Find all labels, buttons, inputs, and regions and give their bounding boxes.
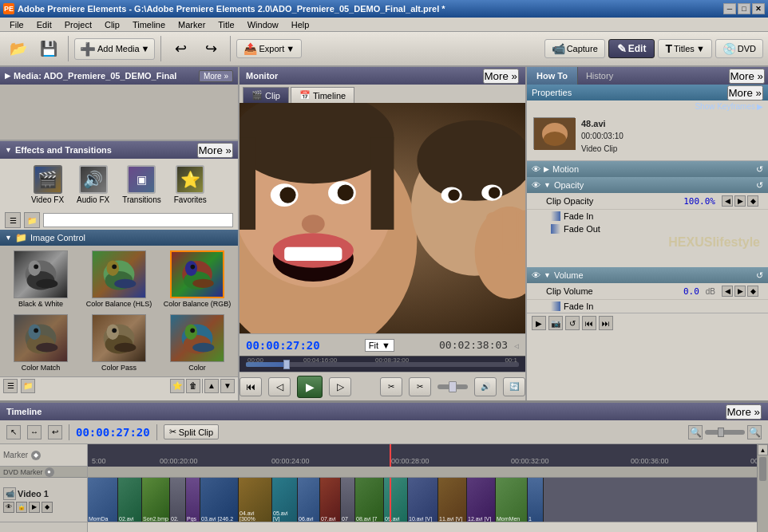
clip-06avi[interactable]: 06.avi: [298, 478, 320, 522]
zoom-out-button[interactable]: 🔍: [688, 425, 703, 439]
menu-timeline[interactable]: Timeline: [126, 19, 172, 30]
volume-decrease[interactable]: ◀: [722, 286, 733, 297]
panel-scroll-down[interactable]: ▼: [220, 379, 235, 393]
how-to-more-button[interactable]: More »: [729, 69, 765, 84]
opacity-increase[interactable]: ▶: [734, 195, 746, 207]
clip-07[interactable]: 07: [341, 478, 355, 522]
effect-color-pass[interactable]: Color Pass: [81, 313, 156, 373]
zoom-slider[interactable]: [705, 430, 745, 435]
opacity-section-header[interactable]: 👁 ▼ Opacity ↺: [527, 177, 768, 193]
video-fx-button[interactable]: 🎬 Video FX: [31, 165, 64, 204]
panel-add-icon[interactable]: 🗑: [186, 379, 200, 393]
audio-fx-button[interactable]: 🔊 Audio FX: [77, 165, 109, 204]
loop-button[interactable]: 🔄: [503, 377, 525, 396]
clip-11avi[interactable]: 11.avi [V]: [438, 478, 467, 522]
clip-1[interactable]: 1: [528, 478, 544, 522]
prop-prev-icon[interactable]: ⏮: [582, 316, 596, 330]
play-button[interactable]: ▶: [297, 376, 323, 398]
selection-tool[interactable]: ↖: [6, 425, 21, 439]
clip-07avi[interactable]: 07.avi: [320, 478, 341, 522]
volume-section-header[interactable]: 👁 ▼ Volume ↺: [527, 267, 768, 283]
undo-button[interactable]: ↩: [167, 37, 194, 61]
close-button[interactable]: ✕: [752, 3, 765, 14]
save-button[interactable]: 💾: [35, 37, 62, 61]
open-button[interactable]: 📂: [5, 37, 32, 61]
how-to-tab[interactable]: How To: [527, 67, 578, 85]
favorites-button[interactable]: ⭐ Favorites: [174, 165, 207, 204]
zoom-thumb[interactable]: [718, 428, 724, 437]
panel-delete-icon[interactable]: ⭐: [170, 379, 184, 393]
undo-tool[interactable]: ↩: [48, 425, 62, 439]
clip-pgs[interactable]: Pgs: [186, 478, 200, 522]
menu-title[interactable]: Title: [212, 19, 240, 30]
add-media-button[interactable]: ➕ Add Media ▼: [74, 38, 155, 60]
clip-momda[interactable]: MomDa: [88, 478, 118, 522]
effect-black-white[interactable]: Black & White: [3, 249, 78, 309]
clip-03avi[interactable]: 03.avi [246.2: [200, 478, 239, 522]
prop-next-icon[interactable]: ⏭: [599, 316, 613, 330]
clip-08avi[interactable]: 08.avi [7: [355, 478, 384, 522]
menu-clip[interactable]: Clip: [98, 19, 126, 30]
step-back-button[interactable]: ◁: [268, 377, 291, 396]
opacity-decrease[interactable]: ◀: [722, 195, 733, 207]
transitions-button[interactable]: ▣ Transitions: [122, 165, 161, 204]
fit-dropdown[interactable]: Fit ▼: [365, 339, 394, 352]
timeline-ruler[interactable]: 5:00 00:00:20:00 00:00:24:00 00:00:28:00…: [88, 444, 757, 467]
clip-09avi[interactable]: 09.avi: [384, 478, 408, 522]
clip-04avi[interactable]: 04.avi [300%: [239, 478, 272, 522]
split-clip-button[interactable]: ✂ Split Clip: [164, 424, 219, 439]
volume-increase[interactable]: ▶: [734, 286, 746, 297]
panel-menu-icon[interactable]: ☰: [3, 379, 18, 393]
effect-color[interactable]: Color: [160, 313, 235, 373]
menu-help[interactable]: Help: [285, 19, 316, 30]
minimize-button[interactable]: ─: [723, 3, 736, 14]
track-eye-btn[interactable]: 👁: [3, 502, 14, 513]
audio-button[interactable]: 🔊: [474, 377, 497, 396]
clip-mommen[interactable]: MomMen: [496, 478, 528, 522]
dvd-button[interactable]: 💿 DVD: [715, 39, 763, 58]
ripple-tool[interactable]: ↔: [27, 425, 42, 439]
volume-thumb[interactable]: [449, 381, 457, 392]
effect-color-balance-hls[interactable]: Color Balance (HLS): [81, 249, 156, 309]
prop-loop-icon[interactable]: ↺: [565, 316, 580, 330]
scrubber-thumb[interactable]: [283, 360, 290, 369]
opacity-keyframe[interactable]: ◆: [747, 195, 758, 207]
effect-color-match[interactable]: Color Match: [3, 313, 78, 373]
show-keyframes-button[interactable]: Show Keyframes ▶: [695, 102, 763, 111]
volume-slider[interactable]: [437, 384, 468, 389]
menu-marker[interactable]: Marker: [172, 19, 212, 30]
effect-color-balance-rgb[interactable]: Color Balance (RGB): [160, 249, 235, 309]
menu-file[interactable]: File: [3, 19, 30, 30]
effects-collapse-icon[interactable]: ▼: [5, 146, 12, 154]
fx-search-input[interactable]: [43, 213, 233, 227]
menu-window[interactable]: Window: [241, 19, 285, 30]
clip-son2[interactable]: Son2.bmp: [142, 478, 170, 522]
clip-10avi[interactable]: 10.avi [V]: [408, 478, 438, 522]
track-lock-btn[interactable]: 🔒: [16, 502, 27, 513]
monitor-tab-timeline[interactable]: 📅 Timeline: [291, 87, 354, 103]
menu-project[interactable]: Project: [58, 19, 98, 30]
capture-button[interactable]: 📹 Capture: [544, 39, 605, 58]
clip-12avi[interactable]: 12.avi [V]: [467, 478, 496, 522]
rs-thumb[interactable]: [759, 457, 766, 481]
media-more-button[interactable]: More »: [199, 70, 233, 82]
clip-02avi[interactable]: 02.avi: [118, 478, 142, 522]
titles-button[interactable]: T Titles ▼: [658, 39, 711, 58]
history-tab[interactable]: History: [578, 67, 621, 85]
panel-folder-icon[interactable]: 📁: [21, 379, 35, 393]
timeline-more-button[interactable]: More »: [726, 404, 762, 420]
video1-camera-icon[interactable]: 📹: [3, 487, 16, 500]
export-button[interactable]: 📤 Export ▼: [236, 39, 302, 58]
rs-arrow-up[interactable]: ▲: [758, 444, 768, 455]
maximize-button[interactable]: □: [738, 3, 750, 14]
motion-section-header[interactable]: 👁 ▶ Motion ↺: [527, 161, 768, 177]
media-collapse-icon[interactable]: ▶: [5, 72, 10, 80]
image-control-header[interactable]: ▼ 📁 Image Control: [0, 230, 238, 246]
zoom-in-button[interactable]: 🔍: [747, 425, 762, 439]
clip-05avi[interactable]: 05.avi [V]: [272, 478, 298, 522]
step-forward-button[interactable]: ▷: [329, 377, 351, 396]
goto-start-button[interactable]: ⏮: [240, 377, 262, 396]
monitor-more-button[interactable]: More »: [483, 69, 519, 84]
properties-more-button[interactable]: More »: [727, 85, 763, 100]
panel-scroll-up[interactable]: ▲: [204, 379, 219, 393]
